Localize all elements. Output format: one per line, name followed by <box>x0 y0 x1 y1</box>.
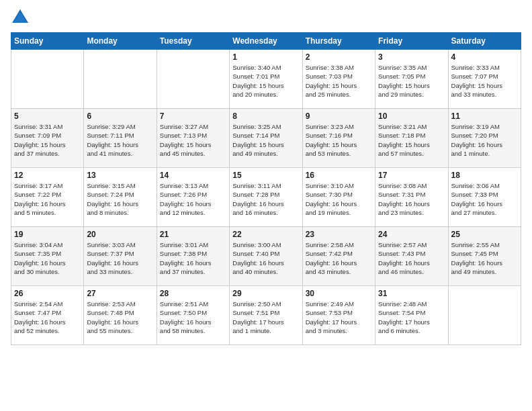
day-info: Sunrise: 3:11 AM Sunset: 7:28 PM Dayligh… <box>232 181 299 217</box>
day-info: Sunrise: 2:57 AM Sunset: 7:43 PM Dayligh… <box>378 240 445 276</box>
logo <box>11 8 32 27</box>
calendar-header: SundayMondayTuesdayWednesdayThursdayFrid… <box>11 33 521 50</box>
day-info: Sunrise: 3:00 AM Sunset: 7:40 PM Dayligh… <box>232 240 299 276</box>
day-number: 17 <box>378 171 445 180</box>
calendar-cell: 2Sunrise: 3:38 AM Sunset: 7:03 PM Daylig… <box>302 50 375 109</box>
day-number: 5 <box>14 111 81 121</box>
day-number: 22 <box>232 230 299 239</box>
calendar-cell: 9Sunrise: 3:23 AM Sunset: 7:16 PM Daylig… <box>302 109 375 168</box>
calendar-week-row: 19Sunrise: 3:04 AM Sunset: 7:35 PM Dayli… <box>11 227 521 286</box>
calendar-cell: 16Sunrise: 3:10 AM Sunset: 7:30 PM Dayli… <box>302 168 375 227</box>
day-info: Sunrise: 3:04 AM Sunset: 7:35 PM Dayligh… <box>14 240 81 276</box>
calendar-cell: 15Sunrise: 3:11 AM Sunset: 7:28 PM Dayli… <box>230 168 302 227</box>
day-number: 27 <box>87 289 153 298</box>
day-number: 23 <box>306 230 372 239</box>
weekday-header: Friday <box>375 33 448 50</box>
calendar-cell: 10Sunrise: 3:21 AM Sunset: 7:18 PM Dayli… <box>375 109 448 168</box>
header <box>11 8 521 27</box>
day-number: 25 <box>451 230 518 239</box>
calendar-cell: 11Sunrise: 3:19 AM Sunset: 7:20 PM Dayli… <box>448 109 521 168</box>
day-info: Sunrise: 2:54 AM Sunset: 7:47 PM Dayligh… <box>14 300 81 335</box>
calendar-cell: 8Sunrise: 3:25 AM Sunset: 7:14 PM Daylig… <box>230 109 302 168</box>
day-number: 20 <box>87 230 153 239</box>
day-info: Sunrise: 3:06 AM Sunset: 7:33 PM Dayligh… <box>451 181 518 217</box>
logo-icon <box>11 8 30 27</box>
day-info: Sunrise: 3:10 AM Sunset: 7:30 PM Dayligh… <box>306 181 372 217</box>
calendar-cell: 23Sunrise: 2:58 AM Sunset: 7:42 PM Dayli… <box>302 227 375 286</box>
day-number: 4 <box>451 52 518 62</box>
weekday-header: Wednesday <box>230 33 302 50</box>
day-info: Sunrise: 3:29 AM Sunset: 7:11 PM Dayligh… <box>87 122 153 158</box>
day-info: Sunrise: 3:38 AM Sunset: 7:03 PM Dayligh… <box>306 63 372 99</box>
calendar-cell: 17Sunrise: 3:08 AM Sunset: 7:31 PM Dayli… <box>375 168 448 227</box>
page: SundayMondayTuesdayWednesdayThursdayFrid… <box>0 0 532 411</box>
calendar-cell: 29Sunrise: 2:50 AM Sunset: 7:51 PM Dayli… <box>230 286 302 345</box>
calendar-cell: 3Sunrise: 3:35 AM Sunset: 7:05 PM Daylig… <box>375 50 448 109</box>
calendar-cell: 20Sunrise: 3:03 AM Sunset: 7:37 PM Dayli… <box>84 227 157 286</box>
calendar-cell: 14Sunrise: 3:13 AM Sunset: 7:26 PM Dayli… <box>157 168 229 227</box>
day-number: 6 <box>87 111 153 121</box>
calendar-cell: 12Sunrise: 3:17 AM Sunset: 7:22 PM Dayli… <box>11 168 84 227</box>
day-info: Sunrise: 3:17 AM Sunset: 7:22 PM Dayligh… <box>14 181 81 217</box>
day-number: 21 <box>160 230 226 239</box>
day-number: 28 <box>160 289 226 298</box>
weekday-header: Monday <box>84 33 157 50</box>
calendar-cell: 26Sunrise: 2:54 AM Sunset: 7:47 PM Dayli… <box>11 286 84 345</box>
calendar-cell: 6Sunrise: 3:29 AM Sunset: 7:11 PM Daylig… <box>84 109 157 168</box>
calendar-cell <box>11 50 84 109</box>
calendar-cell: 21Sunrise: 3:01 AM Sunset: 7:38 PM Dayli… <box>157 227 229 286</box>
calendar-cell: 25Sunrise: 2:55 AM Sunset: 7:45 PM Dayli… <box>448 227 521 286</box>
day-info: Sunrise: 3:27 AM Sunset: 7:13 PM Dayligh… <box>160 122 226 158</box>
weekday-header: Sunday <box>11 33 84 50</box>
day-info: Sunrise: 3:08 AM Sunset: 7:31 PM Dayligh… <box>378 181 445 217</box>
calendar-table: SundayMondayTuesdayWednesdayThursdayFrid… <box>11 32 521 345</box>
day-info: Sunrise: 3:03 AM Sunset: 7:37 PM Dayligh… <box>87 240 153 276</box>
day-number: 31 <box>378 289 445 298</box>
day-info: Sunrise: 3:15 AM Sunset: 7:24 PM Dayligh… <box>87 181 153 217</box>
calendar-cell: 28Sunrise: 2:51 AM Sunset: 7:50 PM Dayli… <box>157 286 229 345</box>
day-info: Sunrise: 2:48 AM Sunset: 7:54 PM Dayligh… <box>378 300 445 335</box>
day-info: Sunrise: 3:35 AM Sunset: 7:05 PM Dayligh… <box>378 63 445 99</box>
calendar-cell: 5Sunrise: 3:31 AM Sunset: 7:09 PM Daylig… <box>11 109 84 168</box>
day-number: 29 <box>232 289 299 298</box>
day-info: Sunrise: 3:33 AM Sunset: 7:07 PM Dayligh… <box>451 63 518 99</box>
day-info: Sunrise: 3:23 AM Sunset: 7:16 PM Dayligh… <box>306 122 372 158</box>
calendar-week-row: 1Sunrise: 3:40 AM Sunset: 7:01 PM Daylig… <box>11 50 521 109</box>
day-number: 16 <box>306 171 372 180</box>
calendar-cell <box>157 50 229 109</box>
day-info: Sunrise: 2:51 AM Sunset: 7:50 PM Dayligh… <box>160 300 226 335</box>
day-info: Sunrise: 2:49 AM Sunset: 7:53 PM Dayligh… <box>306 300 372 335</box>
day-info: Sunrise: 3:31 AM Sunset: 7:09 PM Dayligh… <box>14 122 81 158</box>
day-info: Sunrise: 2:50 AM Sunset: 7:51 PM Dayligh… <box>232 300 299 335</box>
day-number: 24 <box>378 230 445 239</box>
calendar-week-row: 26Sunrise: 2:54 AM Sunset: 7:47 PM Dayli… <box>11 286 521 345</box>
day-info: Sunrise: 2:53 AM Sunset: 7:48 PM Dayligh… <box>87 300 153 335</box>
day-number: 19 <box>14 230 81 239</box>
calendar-body: 1Sunrise: 3:40 AM Sunset: 7:01 PM Daylig… <box>11 50 521 345</box>
calendar-cell: 13Sunrise: 3:15 AM Sunset: 7:24 PM Dayli… <box>84 168 157 227</box>
day-number: 13 <box>87 171 153 180</box>
day-number: 3 <box>378 52 445 62</box>
day-info: Sunrise: 3:01 AM Sunset: 7:38 PM Dayligh… <box>160 240 226 276</box>
calendar-week-row: 5Sunrise: 3:31 AM Sunset: 7:09 PM Daylig… <box>11 109 521 168</box>
calendar-cell: 22Sunrise: 3:00 AM Sunset: 7:40 PM Dayli… <box>230 227 302 286</box>
day-number: 15 <box>232 171 299 180</box>
day-number: 9 <box>306 111 372 121</box>
calendar-cell: 19Sunrise: 3:04 AM Sunset: 7:35 PM Dayli… <box>11 227 84 286</box>
calendar-cell <box>84 50 157 109</box>
day-info: Sunrise: 2:58 AM Sunset: 7:42 PM Dayligh… <box>306 240 372 276</box>
day-number: 8 <box>232 111 299 121</box>
day-info: Sunrise: 3:19 AM Sunset: 7:20 PM Dayligh… <box>451 122 518 158</box>
weekday-row: SundayMondayTuesdayWednesdayThursdayFrid… <box>11 33 521 50</box>
day-info: Sunrise: 3:40 AM Sunset: 7:01 PM Dayligh… <box>232 63 299 99</box>
day-number: 30 <box>306 289 372 298</box>
day-number: 10 <box>378 111 445 121</box>
calendar-cell: 18Sunrise: 3:06 AM Sunset: 7:33 PM Dayli… <box>448 168 521 227</box>
day-info: Sunrise: 3:21 AM Sunset: 7:18 PM Dayligh… <box>378 122 445 158</box>
calendar-cell: 4Sunrise: 3:33 AM Sunset: 7:07 PM Daylig… <box>448 50 521 109</box>
calendar-cell: 30Sunrise: 2:49 AM Sunset: 7:53 PM Dayli… <box>302 286 375 345</box>
day-info: Sunrise: 3:25 AM Sunset: 7:14 PM Dayligh… <box>232 122 299 158</box>
calendar-cell <box>448 286 521 345</box>
calendar-cell: 7Sunrise: 3:27 AM Sunset: 7:13 PM Daylig… <box>157 109 229 168</box>
weekday-header: Saturday <box>448 33 521 50</box>
